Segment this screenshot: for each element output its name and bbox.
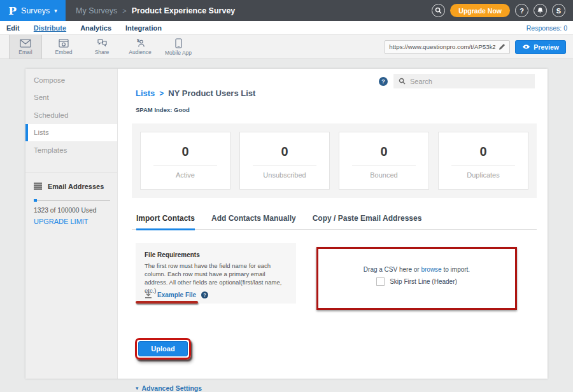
spam-index-value: Good xyxy=(174,106,190,113)
sidebar-item-sent[interactable]: Sent xyxy=(25,89,117,107)
file-requirements-title: File Requirements xyxy=(145,251,287,258)
surveys-menu-label: Surveys xyxy=(21,6,50,15)
tab-edit[interactable]: Edit xyxy=(6,24,20,32)
dropzone-drag-text: Drag a CSV here or xyxy=(364,266,420,273)
upgrade-now-button[interactable]: Upgrade Now xyxy=(450,4,510,17)
preview-label: Preview xyxy=(534,43,559,51)
skip-first-line-checkbox[interactable] xyxy=(376,277,385,286)
lists-content: ? Lists > NY Product Users List SPAM Ind… xyxy=(118,69,548,379)
email-addresses-title: Email Addresses xyxy=(48,183,104,190)
example-file-link[interactable]: Example File xyxy=(157,291,196,298)
toolbar-tile-share[interactable]: Share xyxy=(85,35,118,59)
eye-icon xyxy=(522,44,530,50)
breadcrumb-separator-icon: > xyxy=(159,89,164,98)
sidebar-item-lists[interactable]: Lists xyxy=(25,124,117,142)
file-requirements-body: The first row must have the field name f… xyxy=(145,262,287,295)
stat-label: Unsubscribed xyxy=(240,171,329,179)
tab-integration[interactable]: Integration xyxy=(125,24,162,32)
toolbar-tile-embed[interactable]: Embed xyxy=(47,35,80,59)
contact-search-box[interactable] xyxy=(393,74,535,88)
survey-url-text: https://www.questionpro.com/t/AP53kZgfo xyxy=(389,43,495,50)
stat-divider xyxy=(352,165,416,165)
contacts-tabs: Import Contacts Add Contacts Manually Co… xyxy=(132,214,537,230)
spam-index: SPAM Index: Good xyxy=(136,106,190,113)
search-icon xyxy=(435,7,442,14)
chevron-down-icon: ▾ xyxy=(54,8,57,14)
email-distribution-panel: Compose Sent Scheduled Lists Templates E… xyxy=(25,69,548,379)
upload-button[interactable]: Upload xyxy=(138,341,188,356)
breadcrumb-lists-link[interactable]: Lists xyxy=(136,88,155,98)
tab-analytics[interactable]: Analytics xyxy=(80,24,111,32)
tab-copy-paste-email-addresses[interactable]: Copy / Paste Email Addresses xyxy=(313,214,422,230)
email-usage-text: 1323 of 100000 Used xyxy=(34,207,109,214)
toolbar-tile-audience[interactable]: $ Audience xyxy=(124,35,157,59)
help-badge-icon[interactable]: ? xyxy=(379,77,388,86)
list-stats: 0 Active 0 Unsubscribed 0 Bounced 0 Dupl… xyxy=(132,123,537,198)
bell-icon xyxy=(537,7,544,14)
edit-pencil-icon xyxy=(499,43,506,50)
survey-url-field[interactable]: https://www.questionpro.com/t/AP53kZgfo xyxy=(385,40,510,54)
dropzone-import-text: to import. xyxy=(443,266,470,273)
example-file-help-icon[interactable]: ? xyxy=(201,291,208,298)
topbar: P Surveys ▾ My Surveys > Product Experie… xyxy=(0,0,573,21)
toolbar-tile-label: Email xyxy=(18,49,32,55)
svg-text:$: $ xyxy=(137,38,139,43)
audience-icon: $ xyxy=(134,38,146,48)
stat-value: 0 xyxy=(240,144,329,159)
user-avatar[interactable]: S xyxy=(552,4,565,17)
stat-value: 0 xyxy=(439,144,528,159)
distribute-toolbar: Email Embed Share $ Audience Mobile App … xyxy=(0,34,573,59)
stat-label: Duplicates xyxy=(439,171,528,179)
list-breadcrumb: Lists > NY Product Users List xyxy=(136,88,255,98)
help-button[interactable]: ? xyxy=(515,4,528,17)
embed-icon xyxy=(59,39,69,48)
stat-value: 0 xyxy=(339,144,428,159)
upgrade-limit-link[interactable]: UPGRADE LIMIT xyxy=(34,218,109,225)
sidebar-item-templates[interactable]: Templates xyxy=(25,141,117,159)
survey-link-group: https://www.questionpro.com/t/AP53kZgfo … xyxy=(385,40,573,54)
stat-value: 0 xyxy=(141,144,230,159)
search-input[interactable] xyxy=(410,78,530,85)
annotation-red-underline xyxy=(136,301,198,304)
global-search-button[interactable] xyxy=(432,4,445,17)
breadcrumb-separator-icon: > xyxy=(122,7,126,15)
stat-card-bounced[interactable]: 0 Bounced xyxy=(339,132,429,190)
download-icon xyxy=(145,291,152,298)
notifications-button[interactable] xyxy=(534,4,547,17)
toolbar-tile-mobile-app[interactable]: Mobile App xyxy=(162,35,195,59)
tab-add-contacts-manually[interactable]: Add Contacts Manually xyxy=(211,214,296,230)
sidebar-item-scheduled[interactable]: Scheduled xyxy=(25,106,117,124)
annotation-red-box-upload: Upload xyxy=(135,338,191,360)
tab-import-contacts[interactable]: Import Contacts xyxy=(136,214,195,230)
email-usage-progressbar xyxy=(34,200,110,201)
stat-card-active[interactable]: 0 Active xyxy=(140,132,230,190)
email-addresses-block: Email Addresses 1323 of 100000 Used UPGR… xyxy=(25,172,117,225)
stat-label: Bounced xyxy=(339,171,428,179)
breadcrumb-my-surveys[interactable]: My Surveys xyxy=(76,6,117,15)
skip-first-line-row: Skip First Line (Header) xyxy=(376,277,457,286)
topbar-actions: Upgrade Now ? S xyxy=(432,4,565,17)
email-sidebar-menu: Compose Sent Scheduled Lists Templates xyxy=(25,69,117,159)
advanced-settings-label: Advanced Settings xyxy=(142,384,202,392)
browse-link[interactable]: browse xyxy=(421,266,441,273)
example-file-row[interactable]: Example File ? xyxy=(145,291,208,298)
responses-count[interactable]: Responses: 0 xyxy=(527,24,567,32)
toolbar-tile-label: Share xyxy=(95,49,110,55)
stat-card-duplicates[interactable]: 0 Duplicates xyxy=(438,132,528,190)
dropzone-text: Drag a CSV here or browse to import. xyxy=(364,266,470,273)
surveys-product-menu[interactable]: P Surveys ▾ xyxy=(0,0,66,21)
csv-dropzone[interactable]: Drag a CSV here or browse to import. Ski… xyxy=(316,247,517,310)
sidebar-item-compose[interactable]: Compose xyxy=(25,71,117,89)
tab-distribute[interactable]: Distribute xyxy=(34,24,66,32)
preview-button[interactable]: Preview xyxy=(515,40,566,54)
breadcrumb-survey-title: Product Experience Survey xyxy=(132,6,236,15)
stat-divider xyxy=(253,165,317,165)
stat-card-unsubscribed[interactable]: 0 Unsubscribed xyxy=(239,132,330,190)
search-icon xyxy=(399,78,406,85)
toolbar-tile-label: Mobile App xyxy=(165,50,192,56)
spam-index-label: SPAM Index: xyxy=(136,106,172,113)
list-lines-icon xyxy=(34,183,42,190)
content-search-row: ? xyxy=(379,74,535,88)
toolbar-tile-email[interactable]: Email xyxy=(9,35,42,59)
advanced-settings-toggle[interactable]: ▾ Advanced Settings xyxy=(136,384,202,392)
